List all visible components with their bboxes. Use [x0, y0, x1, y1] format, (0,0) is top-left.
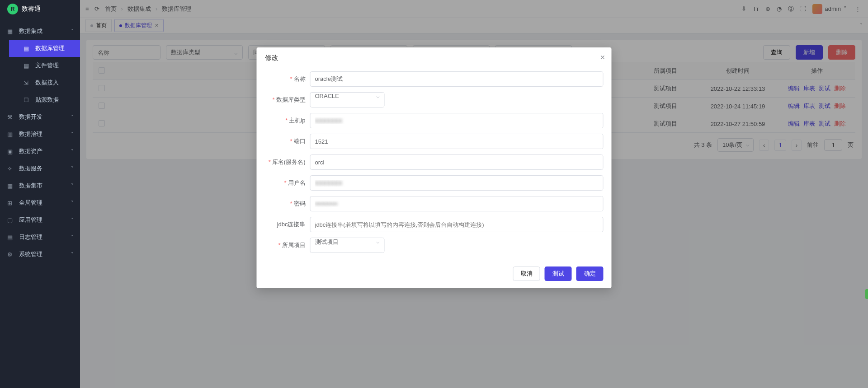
input-port[interactable]	[310, 134, 604, 149]
label-project: 所属项目	[265, 241, 306, 249]
modal-header: 修改 ✕	[257, 47, 612, 69]
menu-label: 日志管理	[19, 233, 42, 241]
menu-label: 数据集成	[19, 27, 42, 35]
menu-label: 数据开发	[19, 113, 42, 121]
submenu-label: 数据接入	[35, 79, 59, 87]
label-db-name: 库名(服务名)	[265, 158, 306, 166]
submenu-label: 贴源数据	[35, 96, 59, 104]
dev-icon: ⚒	[7, 114, 14, 121]
menu-label: 数据资产	[19, 147, 42, 155]
chevron-down-icon: ˅	[71, 200, 74, 206]
label-host: 主机ip	[265, 117, 306, 125]
modal-title: 修改	[265, 54, 278, 61]
menu-data-service[interactable]: ✧数据服务˅	[0, 160, 80, 177]
menu-sys-manage[interactable]: ⚙系统管理˅	[0, 246, 80, 263]
menu-app-manage[interactable]: ▢应用管理˅	[0, 211, 80, 229]
menu-label: 应用管理	[19, 216, 42, 224]
ok-button[interactable]: 确定	[576, 266, 604, 281]
chevron-down-icon: ˅	[71, 183, 74, 189]
sidebar-menu: ▦ 数据集成 ˄ ▤数据库管理 ▤文件管理 ⇲数据接入 ☐贴源数据 ⚒数据开发˅…	[0, 18, 80, 263]
chevron-up-icon: ˄	[71, 28, 74, 34]
asset-icon: ▣	[7, 148, 14, 155]
menu-data-market[interactable]: ▦数据集市˅	[0, 177, 80, 194]
menu-data-asset[interactable]: ▣数据资产˅	[0, 143, 80, 160]
menu-data-dev[interactable]: ⚒数据开发˅	[0, 108, 80, 126]
label-port: 端口	[265, 137, 306, 145]
input-password[interactable]	[310, 196, 604, 211]
chevron-down-icon: ˅	[71, 114, 74, 120]
select-project[interactable]: 测试项目	[310, 238, 385, 253]
modal-body: 名称 数据库类型ORACLE 主机ip 端口 库名(服务名) 用户名 密码 jd…	[257, 69, 612, 261]
menu-label: 数据服务	[19, 164, 42, 173]
right-handle[interactable]	[865, 289, 868, 299]
box-icon: ☐	[24, 97, 31, 103]
modal-footer: 取消 测试 确定	[257, 261, 612, 288]
market-icon: ▦	[7, 182, 14, 189]
test-button[interactable]: 测试	[545, 266, 572, 281]
submenu-label: 文件管理	[35, 61, 59, 70]
menu-log-manage[interactable]: ▤日志管理˅	[0, 229, 80, 246]
chevron-down-icon: ˅	[71, 131, 74, 137]
menu-global-manage[interactable]: ⊞全局管理˅	[0, 194, 80, 211]
logo-icon: R	[7, 4, 18, 14]
menu-label: 系统管理	[19, 250, 42, 258]
file-icon: ▤	[24, 62, 31, 69]
cancel-button[interactable]: 取消	[513, 266, 540, 281]
chevron-down-icon: ˅	[71, 149, 74, 154]
submenu-db-manage[interactable]: ▤数据库管理	[9, 40, 80, 57]
chevron-down-icon: ˅	[71, 217, 74, 223]
submenu-data-access[interactable]: ⇲数据接入	[9, 74, 80, 91]
gear-icon: ⚙	[7, 251, 14, 258]
global-icon: ⊞	[7, 200, 14, 206]
submenu-ods-data[interactable]: ☐贴源数据	[9, 91, 80, 108]
select-db-type[interactable]: ORACLE	[310, 92, 385, 108]
submenu-file-manage[interactable]: ▤文件管理	[9, 57, 80, 74]
sidebar: R 数睿通 ▦ 数据集成 ˄ ▤数据库管理 ▤文件管理 ⇲数据接入 ☐贴源数据 …	[0, 0, 80, 388]
grid-icon: ▦	[7, 28, 14, 35]
label-user: 用户名	[265, 179, 306, 187]
app-icon: ▢	[7, 217, 14, 224]
input-db-name[interactable]	[310, 154, 604, 170]
input-name[interactable]	[310, 71, 604, 87]
input-user[interactable]	[310, 175, 604, 191]
service-icon: ✧	[7, 165, 14, 172]
chevron-down-icon: ˅	[71, 252, 74, 257]
brand-name: 数睿通	[22, 5, 41, 13]
edit-modal: 修改 ✕ 名称 数据库类型ORACLE 主机ip 端口 库名(服务名) 用户名 …	[257, 47, 612, 288]
logo: R 数睿通	[0, 0, 80, 18]
chevron-down-icon: ˅	[71, 166, 74, 172]
menu-label: 数据集市	[19, 182, 42, 190]
menu-label: 全局管理	[19, 199, 42, 207]
chevron-down-icon: ˅	[71, 234, 74, 240]
submenu-data-integration: ▤数据库管理 ▤文件管理 ⇲数据接入 ☐贴源数据	[0, 40, 80, 108]
gov-icon: ▥	[7, 131, 14, 138]
close-icon[interactable]: ✕	[600, 54, 605, 61]
menu-data-integration[interactable]: ▦ 数据集成 ˄	[0, 23, 80, 40]
log-icon: ▤	[7, 234, 14, 241]
label-jdbc: jdbc连接串	[265, 220, 306, 229]
submenu-label: 数据库管理	[35, 44, 65, 52]
label-password: 密码	[265, 200, 306, 208]
input-host[interactable]	[310, 113, 604, 128]
label-name: 名称	[265, 75, 306, 83]
input-jdbc[interactable]	[310, 217, 604, 232]
label-db-type: 数据库类型	[265, 96, 306, 104]
access-icon: ⇲	[24, 79, 31, 86]
menu-label: 数据治理	[19, 130, 42, 138]
db-icon: ▤	[24, 45, 31, 52]
menu-data-gov[interactable]: ▥数据治理˅	[0, 126, 80, 143]
